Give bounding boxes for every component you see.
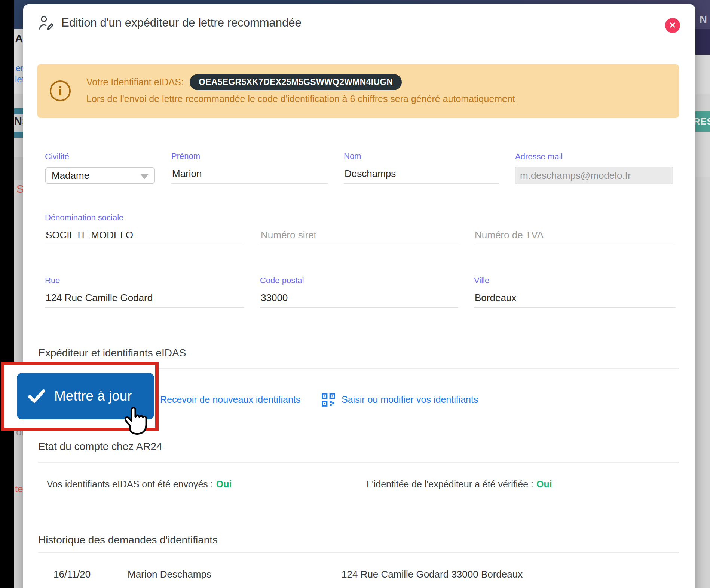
divider (38, 462, 679, 463)
city-input[interactable] (474, 291, 676, 308)
city-label: Ville (474, 276, 676, 285)
background-stripe (695, 132, 710, 177)
siret-field (260, 212, 458, 245)
lastname-label: Nom (344, 151, 499, 161)
background-text-fragment: te (15, 483, 23, 495)
info-icon: i (50, 80, 71, 101)
banner-body: Votre Identifiant eIDAS: OEA5EGR5XK7DEX2… (86, 73, 668, 104)
background-button-fragment (14, 108, 23, 114)
close-button[interactable]: ✕ (665, 18, 680, 33)
chevron-down-icon (140, 174, 149, 179)
eidas-id-badge: OEA5EGR5XK7DEX25M5GSWWQ2WMN4IUGN (190, 74, 402, 90)
background-stripe (695, 55, 710, 94)
divider (38, 552, 679, 553)
email-input (515, 167, 673, 184)
company-name-label: Dénomination sociale (45, 213, 244, 223)
street-label: Rue (45, 276, 244, 285)
background-link-fragment: er (16, 63, 24, 73)
banner-description: Lors de l'envoi de lettre recommandée le… (86, 94, 668, 104)
background-text-fragment: S (16, 183, 24, 195)
form-row-identity: Civilité Madame Prénom Nom Adresse mail (45, 151, 673, 184)
city-field: Ville (474, 275, 676, 308)
postal-code-label: Code postal (260, 276, 458, 285)
modal-title: Edition d'un expéditeur de lettre recomm… (61, 16, 302, 30)
section-title-etat: Etat du compte chez AR24 (38, 441, 162, 453)
civility-field: Civilité Madame (45, 151, 155, 184)
receive-identifiers-link[interactable]: Recevoir de nouveaux identifiants (160, 394, 300, 405)
civility-label: Civilité (45, 152, 155, 162)
checkmark-icon (28, 389, 45, 404)
user-edit-icon (37, 14, 55, 31)
screen: A er let NS S of te N RES Edition d'un e… (0, 0, 710, 588)
lastname-input[interactable] (344, 166, 499, 184)
background-stripe (14, 157, 23, 180)
cursor-hand-icon (117, 401, 154, 438)
company-name-field: Dénomination sociale (45, 212, 244, 245)
email-label: Adresse mail (515, 152, 673, 162)
siret-input[interactable] (260, 228, 458, 245)
firstname-field: Prénom (171, 151, 328, 184)
company-name-input[interactable] (45, 228, 244, 245)
history-date: 16/11/20 (53, 569, 91, 580)
background-button-fragment (14, 132, 23, 138)
status-identity-verified: L'identitée de l'expéditeur a été vérifi… (367, 479, 552, 490)
background-text-fragment: N (700, 13, 707, 25)
modal-header: Edition d'un expéditeur de lettre recomm… (37, 14, 302, 31)
status-value: Oui (216, 479, 232, 489)
background-band (695, 29, 710, 55)
status-value: Oui (536, 479, 552, 489)
postal-code-input[interactable] (260, 291, 458, 308)
eidas-id-label: Votre Identifiant eIDAS: (86, 77, 184, 88)
postal-code-field: Code postal (260, 275, 458, 308)
history-name: Marion Deschamps (128, 569, 211, 580)
firstname-label: Prénom (171, 151, 328, 161)
history-address: 124 Rue Camille Godard 33000 Bordeaux (342, 569, 523, 580)
status-label: L'identitée de l'expéditeur a été vérifi… (367, 479, 533, 489)
email-field: Adresse mail (515, 151, 673, 184)
background-teal-button-fragment: RES (695, 111, 710, 132)
street-input[interactable] (45, 291, 244, 308)
firstname-input[interactable] (171, 166, 328, 184)
status-label: Vos identifiants eIDAS ont été envoyés : (47, 479, 213, 489)
tva-input[interactable] (474, 228, 676, 245)
eidas-info-banner: i Votre Identifiant eIDAS: OEA5EGR5XK7DE… (37, 64, 679, 118)
status-identifiers-sent: Vos identifiants eIDAS ont été envoyés :… (47, 479, 232, 490)
section-title-historique: Historique des demandes d'identifiants (38, 534, 218, 546)
form-row-company: Dénomination sociale (45, 212, 676, 245)
background-button-label: RES (695, 116, 710, 127)
edit-sender-modal: Edition d'un expéditeur de lettre recomm… (23, 4, 695, 588)
background-text-fragment: A (15, 32, 23, 45)
close-icon: ✕ (669, 21, 676, 30)
section-title-expediteur: Expéditeur et identifiants eIDAS (38, 347, 186, 359)
qr-code-icon (321, 393, 336, 407)
civility-select[interactable]: Madame (45, 167, 155, 184)
street-field: Rue (45, 275, 244, 308)
lastname-field: Nom (344, 151, 499, 184)
form-row-address: Rue Code postal Ville (45, 275, 676, 308)
civility-value: Madame (52, 170, 89, 181)
edit-identifiers-link[interactable]: Saisir ou modifier vos identifiants (342, 394, 478, 405)
tva-field (474, 212, 676, 245)
